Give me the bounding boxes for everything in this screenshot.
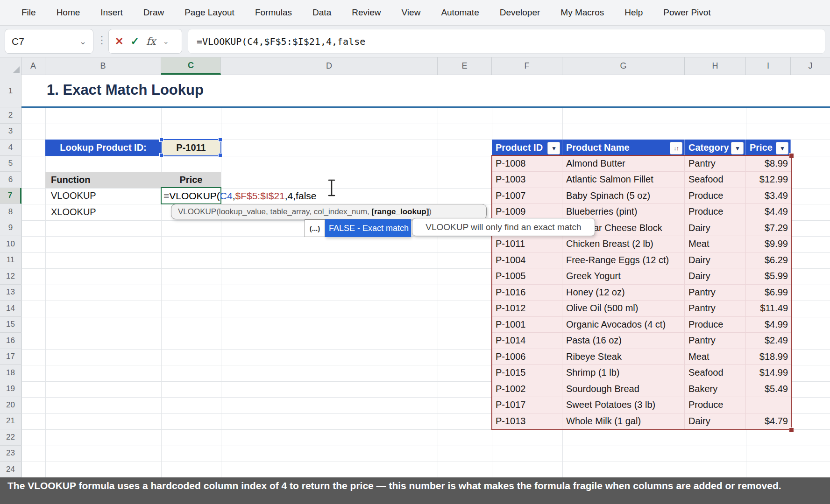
row-header-5[interactable]: 5 xyxy=(0,156,21,172)
menu-tab-formulas[interactable]: Formulas xyxy=(255,7,292,18)
row-header-6[interactable]: 6 xyxy=(0,172,21,188)
table-cell-product-name[interactable]: Sweet Potatoes (3 lb) xyxy=(562,397,685,413)
range-handle[interactable] xyxy=(218,138,222,142)
row-header-17[interactable]: 17 xyxy=(0,349,21,365)
table-cell-product-id[interactable]: P-1017 xyxy=(492,397,562,413)
row-header-16[interactable]: 16 xyxy=(0,333,21,349)
column-header-J[interactable]: J xyxy=(791,57,830,75)
table-cell-price[interactable]: $4.49 xyxy=(746,204,791,220)
table-cell-category[interactable]: Produce xyxy=(685,204,746,220)
table-cell-product-id[interactable]: P-1008 xyxy=(492,156,562,172)
filter-button-price[interactable]: ▾ xyxy=(776,142,788,154)
range-handle[interactable] xyxy=(159,153,163,157)
fill-handle[interactable] xyxy=(789,427,794,433)
row-header-15[interactable]: 15 xyxy=(0,317,21,333)
menu-tab-developer[interactable]: Developer xyxy=(500,7,540,18)
row-header-22[interactable]: 22 xyxy=(0,429,21,446)
lookup-value-cell[interactable]: P-1011 xyxy=(161,140,221,156)
row-header-21[interactable]: 21 xyxy=(0,413,21,430)
table-cell-product-name[interactable]: Olive Oil (500 ml) xyxy=(562,301,685,317)
table-cell-price[interactable]: $8.99 xyxy=(746,156,791,172)
row-header-1[interactable]: 1 xyxy=(0,75,21,107)
menu-tab-data[interactable]: Data xyxy=(312,7,331,18)
row-header-12[interactable]: 12 xyxy=(0,268,21,285)
table-cell-category[interactable]: Seafood xyxy=(685,172,746,188)
column-header-G[interactable]: G xyxy=(562,57,685,75)
row-header-4[interactable]: 4 xyxy=(0,140,21,156)
table-header-product-id[interactable]: Product ID▾ xyxy=(492,140,562,156)
table-cell-product-id[interactable]: P-1006 xyxy=(492,349,562,365)
table-cell-price[interactable]: $11.49 xyxy=(746,301,791,317)
table-cell-price[interactable]: $5.99 xyxy=(746,268,791,285)
filter-button-product-name[interactable]: ↓↑ xyxy=(670,142,682,154)
table-cell-product-name[interactable]: Atlantic Salmon Fillet xyxy=(562,172,685,188)
column-header-E[interactable]: E xyxy=(438,57,492,75)
table-cell-product-name[interactable]: Shrimp (1 lb) xyxy=(562,365,685,381)
table-cell-price[interactable]: $7.29 xyxy=(746,220,791,237)
row-header-19[interactable]: 19 xyxy=(0,381,21,398)
table-cell-price[interactable]: $18.99 xyxy=(746,349,791,365)
autocomplete-selected-item[interactable]: FALSE - Exact match xyxy=(325,219,411,237)
function-cell-vlookup[interactable]: VLOOKUP xyxy=(45,188,161,204)
table-cell-product-name[interactable]: Whole Milk (1 gal) xyxy=(562,413,685,430)
table-cell-category[interactable]: Pantry xyxy=(685,333,746,349)
table-cell-product-id[interactable]: P-1012 xyxy=(492,301,562,317)
row-header-18[interactable]: 18 xyxy=(0,365,21,381)
row-header-3[interactable]: 3 xyxy=(0,124,21,140)
table-cell-price[interactable]: $4.99 xyxy=(746,317,791,333)
table-cell-category[interactable]: Pantry xyxy=(685,301,746,317)
menu-tab-home[interactable]: Home xyxy=(57,7,80,18)
cancel-icon[interactable]: ✕ xyxy=(115,35,123,48)
table-cell-product-id[interactable]: P-1005 xyxy=(492,268,562,285)
chevron-down-icon[interactable]: ⌄ xyxy=(79,36,86,47)
row-header-9[interactable]: 9 xyxy=(0,220,21,237)
select-all-corner[interactable] xyxy=(0,57,21,75)
table-cell-category[interactable]: Bakery xyxy=(685,381,746,398)
table-cell-category[interactable]: Pantry xyxy=(685,156,746,172)
table-cell-category[interactable]: Produce xyxy=(685,188,746,204)
row-header-2[interactable]: 2 xyxy=(0,107,21,124)
table-cell-price[interactable] xyxy=(746,397,791,413)
table-cell-product-name[interactable]: Pasta (16 oz) xyxy=(562,333,685,349)
formula-edit-cell[interactable]: =VLOOKUP(C4,$F$5:$I$21,4,false xyxy=(161,187,221,204)
menu-tab-my-macros[interactable]: My Macros xyxy=(560,7,604,18)
table-cell-product-id[interactable]: P-1013 xyxy=(492,413,562,430)
table-cell-price[interactable]: $6.99 xyxy=(746,285,791,301)
table-cell-category[interactable]: Pantry xyxy=(685,285,746,301)
row-header-23[interactable]: 23 xyxy=(0,446,21,462)
table-header-category[interactable]: Category▾ xyxy=(685,140,746,156)
table-cell-price[interactable]: $4.79 xyxy=(746,413,791,430)
table-cell-product-id[interactable]: P-1003 xyxy=(492,172,562,188)
table-cell-category[interactable]: Produce xyxy=(685,317,746,333)
table-cell-price[interactable]: $14.99 xyxy=(746,365,791,381)
table-cell-product-name[interactable]: Almond Butter xyxy=(562,156,685,172)
table-cell-category[interactable]: Dairy xyxy=(685,252,746,269)
menu-tab-draw[interactable]: Draw xyxy=(143,7,164,18)
table-cell-product-name[interactable]: Baby Spinach (5 oz) xyxy=(562,188,685,204)
table-cell-product-id[interactable]: P-1004 xyxy=(492,252,562,269)
price-header-cell[interactable]: Price xyxy=(161,172,221,188)
table-cell-price[interactable]: $2.49 xyxy=(746,333,791,349)
table-cell-product-id[interactable]: P-1016 xyxy=(492,285,562,301)
menu-tab-review[interactable]: Review xyxy=(352,7,381,18)
row-header-24[interactable]: 24 xyxy=(0,462,21,477)
table-header-price[interactable]: Price▾ xyxy=(746,140,791,156)
table-cell-category[interactable]: Meat xyxy=(685,349,746,365)
table-cell-price[interactable]: $3.49 xyxy=(746,188,791,204)
name-box[interactable]: C7 ⌄ xyxy=(5,29,93,54)
table-cell-category[interactable]: Dairy xyxy=(685,268,746,285)
filter-button-product-id[interactable]: ▾ xyxy=(547,142,560,154)
column-header-F[interactable]: F xyxy=(492,57,562,75)
row-header-7[interactable]: 7 xyxy=(0,188,21,204)
row-header-11[interactable]: 11 xyxy=(0,252,21,269)
table-cell-product-id[interactable]: P-1015 xyxy=(492,365,562,381)
table-cell-category[interactable]: Dairy xyxy=(685,413,746,430)
table-cell-product-id[interactable]: P-1014 xyxy=(492,333,562,349)
insert-function-icon[interactable]: fx xyxy=(146,35,156,47)
menu-tab-view[interactable]: View xyxy=(402,7,421,18)
table-header-product-name[interactable]: Product Name↓↑ xyxy=(562,140,685,156)
column-header-C[interactable]: C xyxy=(161,57,221,75)
table-cell-price[interactable]: $9.99 xyxy=(746,236,791,252)
menu-tab-page-layout[interactable]: Page Layout xyxy=(184,7,234,18)
filter-button-category[interactable]: ▾ xyxy=(731,142,744,154)
